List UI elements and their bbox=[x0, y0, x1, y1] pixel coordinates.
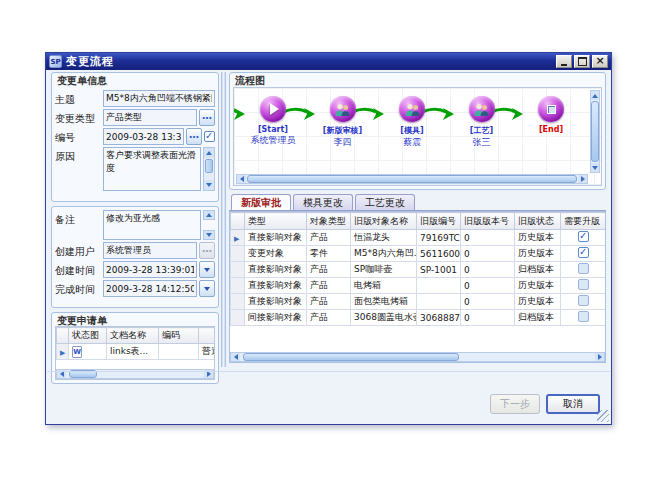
table-row[interactable]: 直接影响对象 产品 SP咖啡壶 SP-1001 0 归档版本 SP咖 bbox=[231, 262, 607, 278]
need-upgrade-checkbox[interactable] bbox=[578, 295, 589, 306]
request-table-row[interactable]: links表... 普通 bbox=[57, 344, 216, 360]
change-process-dialog: SP 变更流程 变更单信息 主题 变更类型 bbox=[45, 52, 612, 425]
play-icon bbox=[270, 103, 279, 115]
table-row[interactable]: 直接影响对象 产品 面包类电烤箱 0 历史版本 bbox=[231, 294, 607, 310]
number-checkbox[interactable] bbox=[204, 131, 215, 142]
tab[interactable]: 新版审批 bbox=[231, 194, 291, 210]
request-table-header[interactable]: 状态图 文档名称 编码 bbox=[57, 328, 216, 344]
request-table-body: links表... 普通 bbox=[57, 344, 216, 360]
create-time-dropdown-button[interactable] bbox=[199, 261, 215, 278]
footer: 下一步 取消 bbox=[47, 371, 610, 423]
flow-node[interactable]: [End] bbox=[520, 90, 582, 134]
need-upgrade-checkbox[interactable] bbox=[578, 279, 589, 290]
scroll-up-icon[interactable] bbox=[204, 148, 214, 158]
table-row[interactable]: 直接影响对象 产品 电烤箱 0 历史版本 bbox=[231, 278, 607, 294]
scroll-left-icon[interactable] bbox=[237, 175, 246, 183]
window-body: 变更单信息 主题 变更类型 编号 bbox=[47, 70, 610, 423]
request-col-header: 编码 bbox=[159, 328, 199, 344]
request-col-header bbox=[199, 328, 216, 344]
tab[interactable]: 工艺更改 bbox=[355, 194, 415, 210]
row-selector-icon bbox=[234, 235, 239, 243]
col-header: 类型 bbox=[245, 213, 307, 230]
next-button[interactable]: 下一步 bbox=[490, 394, 540, 414]
resize-grip[interactable] bbox=[597, 410, 609, 422]
scroll-left-icon[interactable] bbox=[231, 353, 240, 361]
number-label: 编号 bbox=[55, 128, 103, 145]
create-time-label: 创建时间 bbox=[55, 261, 103, 278]
panel-splitter[interactable] bbox=[221, 72, 226, 367]
subject-input[interactable] bbox=[103, 90, 215, 107]
request-col-header: 文档名称 bbox=[107, 328, 159, 344]
remark-label: 备注 bbox=[55, 210, 103, 227]
scroll-thumb[interactable] bbox=[591, 101, 599, 162]
flow-node-person-label: 系统管理员 bbox=[242, 134, 304, 147]
finish-time-dropdown-button[interactable] bbox=[199, 280, 215, 297]
number-picker-button[interactable] bbox=[186, 128, 202, 145]
people-icon bbox=[404, 103, 421, 116]
flow-node-step-label: [Start] bbox=[242, 125, 304, 134]
flow-node-icon[interactable] bbox=[399, 96, 425, 122]
reason-scrollbar[interactable] bbox=[203, 147, 215, 191]
flow-node-icon[interactable] bbox=[538, 96, 564, 122]
main-table-wrap: 类型 对象类型 旧版对象名称 旧版编号 旧版版本号 旧版状态 需要升版 新版 bbox=[229, 211, 606, 363]
close-button[interactable] bbox=[592, 55, 608, 68]
cancel-button[interactable]: 取消 bbox=[546, 394, 600, 414]
scroll-thumb[interactable] bbox=[247, 175, 577, 183]
change-info-group: 变更单信息 主题 变更类型 编号 bbox=[51, 72, 219, 202]
create-user-picker-button[interactable] bbox=[199, 242, 215, 259]
table-row[interactable]: 直接影响对象 产品 恒温龙头 79169TC 0 历史版本 bbox=[231, 230, 607, 246]
main-table: 类型 对象类型 旧版对象名称 旧版编号 旧版版本号 旧版状态 需要升版 新版 bbox=[230, 212, 606, 326]
scroll-thumb[interactable] bbox=[243, 353, 459, 361]
need-upgrade-checkbox[interactable] bbox=[578, 263, 589, 274]
need-upgrade-checkbox[interactable] bbox=[578, 231, 589, 242]
word-doc-icon bbox=[72, 346, 82, 358]
create-time-input[interactable] bbox=[103, 261, 197, 278]
remark-textarea[interactable]: 修改为亚光感 bbox=[103, 210, 201, 240]
change-type-picker-button[interactable] bbox=[199, 109, 215, 126]
scroll-right-icon[interactable] bbox=[595, 353, 604, 361]
maximize-button[interactable] bbox=[574, 55, 590, 68]
need-upgrade-checkbox[interactable] bbox=[578, 311, 589, 322]
table-row[interactable]: 间接影响对象 产品 3068圆盖电水壶 3068887 0 归档版本 bbox=[231, 310, 607, 326]
scroll-down-icon[interactable] bbox=[591, 163, 599, 172]
main-table-header[interactable]: 类型 对象类型 旧版对象名称 旧版编号 旧版版本号 旧版状态 需要升版 新版 bbox=[231, 213, 607, 230]
spin-down-icon[interactable] bbox=[203, 230, 215, 240]
spin-up-icon[interactable] bbox=[203, 210, 215, 220]
change-type-input[interactable] bbox=[103, 109, 197, 126]
scroll-right-icon[interactable] bbox=[578, 175, 587, 183]
flow-node-step-label: [工艺] bbox=[451, 125, 513, 136]
change-type-label: 变更类型 bbox=[55, 109, 103, 126]
need-upgrade-checkbox[interactable] bbox=[578, 247, 589, 258]
window-title: 变更流程 bbox=[66, 54, 114, 69]
scroll-up-icon[interactable] bbox=[591, 91, 599, 100]
finish-time-input[interactable] bbox=[103, 280, 197, 297]
col-header: 旧版状态 bbox=[515, 213, 561, 230]
number-input[interactable] bbox=[103, 128, 184, 145]
scroll-thumb[interactable] bbox=[205, 159, 213, 173]
flow-node-icon[interactable] bbox=[330, 96, 356, 122]
flow-node-person-label: 张三 bbox=[451, 136, 513, 149]
scroll-down-icon[interactable] bbox=[204, 180, 214, 190]
flow-vscrollbar[interactable] bbox=[590, 90, 600, 173]
tab[interactable]: 模具更改 bbox=[293, 194, 353, 210]
table-row[interactable]: 变更对象 零件 M5*8内六角凹... 5611600 0 历史版本 M5*8 bbox=[231, 246, 607, 262]
flow-node-icon[interactable] bbox=[469, 96, 495, 122]
flow-hscrollbar[interactable] bbox=[236, 174, 588, 184]
create-user-label: 创建用户 bbox=[55, 242, 103, 259]
remark-spinner[interactable] bbox=[203, 210, 215, 240]
flow-nodes: [Start] 系统管理员 bbox=[236, 90, 588, 173]
col-header: 旧版对象名称 bbox=[351, 213, 417, 230]
reason-textarea[interactable]: 客户要求调整表面光滑度 bbox=[103, 147, 201, 191]
change-info-title: 变更单信息 bbox=[52, 73, 218, 89]
minimize-button[interactable] bbox=[556, 55, 572, 68]
flow-node-step-label: [模具] bbox=[381, 125, 443, 136]
flow-node-icon[interactable] bbox=[260, 96, 286, 122]
meta-group: 备注 修改为亚光感 创建用户 bbox=[51, 206, 219, 308]
titlebar[interactable]: SP 变更流程 bbox=[46, 53, 611, 70]
main-table-hscrollbar[interactable] bbox=[230, 352, 605, 362]
tab-strip: 新版审批 模具更改 工艺更改 bbox=[229, 194, 606, 211]
create-user-input[interactable] bbox=[103, 242, 197, 259]
finish-time-label: 完成时间 bbox=[55, 280, 103, 297]
col-header: 需要升版 bbox=[561, 213, 607, 230]
flow-chart-canvas[interactable]: [Start] 系统管理员 bbox=[233, 87, 602, 186]
